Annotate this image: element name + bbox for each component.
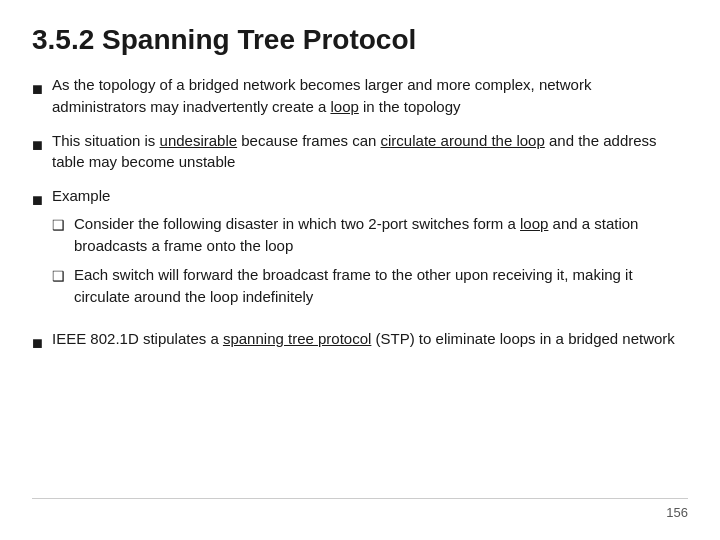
slide-title: 3.5.2 Spanning Tree Protocol bbox=[32, 24, 688, 56]
sub-dot-2: ❑ bbox=[52, 266, 74, 286]
sub-list: ❑ Consider the following disaster in whi… bbox=[52, 213, 688, 316]
bullet-text-1: As the topology of a bridged network bec… bbox=[52, 74, 688, 118]
underline-circulate: circulate around the loop bbox=[381, 132, 545, 149]
sub-text-1: Consider the following disaster in which… bbox=[74, 213, 688, 257]
underline-stp: spanning tree protocol bbox=[223, 330, 371, 347]
page-number: 156 bbox=[666, 505, 688, 520]
bullet-list: ■ As the topology of a bridged network b… bbox=[32, 74, 688, 368]
bullet-dot-2: ■ bbox=[32, 132, 52, 158]
content-area: ■ As the topology of a bridged network b… bbox=[32, 74, 688, 498]
sub-item-2: ❑ Each switch will forward the broadcast… bbox=[52, 264, 688, 308]
underline-loop-2: loop bbox=[520, 215, 548, 232]
bullet-text-3: Example ❑ Consider the following disaste… bbox=[52, 185, 688, 316]
bullet-dot-3: ■ bbox=[32, 187, 52, 213]
bullet-dot-4: ■ bbox=[32, 330, 52, 356]
underline-undesirable: undesirable bbox=[160, 132, 238, 149]
bullet-dot-1: ■ bbox=[32, 76, 52, 102]
sub-item-1: ❑ Consider the following disaster in whi… bbox=[52, 213, 688, 257]
bullet-item-3: ■ Example ❑ Consider the following disas… bbox=[32, 185, 688, 316]
slide-footer: 156 bbox=[32, 498, 688, 520]
bullet-item-2: ■ This situation is undesirable because … bbox=[32, 130, 688, 174]
bullet-text-2: This situation is undesirable because fr… bbox=[52, 130, 688, 174]
bullet-item-1: ■ As the topology of a bridged network b… bbox=[32, 74, 688, 118]
bullet-text-4: IEEE 802.1D stipulates a spanning tree p… bbox=[52, 328, 688, 350]
sub-dot-1: ❑ bbox=[52, 215, 74, 235]
slide: 3.5.2 Spanning Tree Protocol ■ As the to… bbox=[0, 0, 720, 540]
sub-text-2: Each switch will forward the broadcast f… bbox=[74, 264, 688, 308]
bullet-item-4: ■ IEEE 802.1D stipulates a spanning tree… bbox=[32, 328, 688, 356]
underline-loop-1: loop bbox=[330, 98, 358, 115]
